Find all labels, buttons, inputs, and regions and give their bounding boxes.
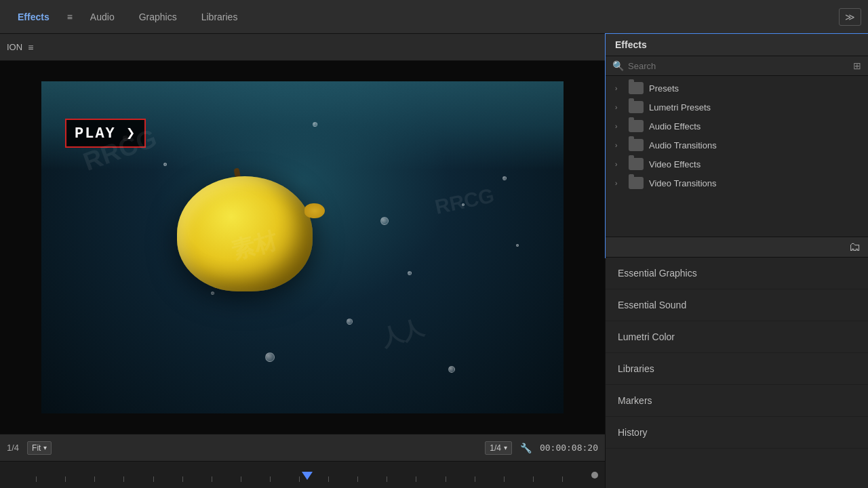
- tree-item-lumetri-presets[interactable]: › Lumetri Presets: [606, 98, 868, 117]
- ruler-tick: [270, 476, 271, 482]
- nav-menu-icon[interactable]: ≡: [63, 12, 77, 22]
- main-area: ION ≡: [0, 34, 868, 488]
- panel-title: ION: [7, 42, 22, 52]
- bubble: [265, 352, 275, 362]
- tree-item-label: Video Effects: [649, 159, 701, 169]
- tree-item-label: Video Transitions: [649, 178, 717, 188]
- tree-item-video-transitions[interactable]: › Video Transitions: [606, 174, 868, 192]
- bubble: [502, 176, 507, 180]
- timeline-ruler: [7, 468, 591, 482]
- bubble: [380, 217, 389, 225]
- effects-tab[interactable]: Effects: [7, 6, 60, 28]
- top-nav: Effects ≡ Audio Graphics Libraries ≫: [0, 0, 868, 34]
- ruler-tick: [328, 476, 329, 482]
- scene-background: PLAY ❯ RRCG 素材 人人 RRCG: [41, 81, 564, 413]
- page-number-label: 1/4: [7, 443, 19, 453]
- panel-item-markers[interactable]: Markers: [606, 385, 868, 417]
- chevron-icon: ›: [615, 123, 623, 130]
- tree-item-video-effects[interactable]: › Video Effects: [606, 155, 868, 174]
- libraries-tab[interactable]: Libraries: [191, 6, 249, 28]
- chevron-icon: ›: [615, 161, 623, 168]
- ruler-tick: [475, 476, 475, 482]
- search-input[interactable]: [628, 61, 849, 71]
- folder-icon: [629, 82, 644, 94]
- folder-icon: [629, 177, 644, 189]
- panel-item-essential-graphics[interactable]: Essential Graphics: [606, 258, 868, 289]
- panel-item-lumetri-color[interactable]: Lumetri Color: [606, 321, 868, 353]
- panel-item-libraries[interactable]: Libraries: [606, 353, 868, 385]
- ruler-tick: [387, 476, 387, 482]
- ruler-tick: [182, 476, 183, 482]
- wrench-icon[interactable]: 🔧: [520, 443, 532, 453]
- right-panel: Effects 🔍 ⊞ › Presets › Lumetri Presets: [605, 34, 868, 488]
- ruler-tick: [65, 476, 66, 482]
- fit-chevron-icon: ▾: [43, 444, 47, 451]
- new-folder-button[interactable]: 🗂: [849, 240, 861, 254]
- bubble: [163, 163, 167, 166]
- folder-icon: [629, 101, 644, 113]
- tree-item-label: Lumetri Presets: [649, 102, 711, 113]
- folder-icon: [629, 139, 644, 151]
- panel-header: ION ≡: [0, 34, 605, 61]
- watermark: RRCG: [433, 184, 496, 219]
- fit-select[interactable]: Fit ▾: [27, 441, 52, 455]
- record-indicator: [591, 472, 598, 479]
- play-overlay: PLAY ❯: [65, 119, 146, 148]
- fit-label: Fit: [32, 443, 41, 453]
- playhead[interactable]: [302, 472, 313, 480]
- ruler-tick: [357, 476, 358, 482]
- page-select[interactable]: 1/4 ▾: [485, 441, 512, 455]
- audio-tab[interactable]: Audio: [79, 6, 125, 28]
- panel-item-label: Essential Graphics: [618, 268, 697, 279]
- chevron-icon: ›: [615, 180, 623, 187]
- bubble: [347, 319, 353, 325]
- effects-panel-title: Effects: [606, 34, 868, 56]
- ruler-tick: [504, 476, 505, 482]
- panel-item-label: Lumetri Color: [618, 331, 675, 342]
- panel-item-label: History: [618, 427, 648, 438]
- effects-tree: › Presets › Lumetri Presets › Audio Effe…: [606, 76, 868, 237]
- panel-item-essential-sound[interactable]: Essential Sound: [606, 289, 868, 321]
- ruler-tick: [562, 476, 563, 482]
- search-settings-icon[interactable]: ⊞: [853, 60, 861, 71]
- chevron-icon: ›: [615, 142, 623, 149]
- search-icon: 🔍: [612, 60, 624, 71]
- bubble: [516, 244, 519, 247]
- panel-item-label: Essential Sound: [618, 300, 686, 310]
- more-tabs-icon[interactable]: ≫: [839, 8, 861, 26]
- lemon-tip: [304, 203, 325, 218]
- controls-bar: 1/4 Fit ▾ 1/4 ▾ 🔧 00:00:08:20: [0, 434, 605, 461]
- folder-icon: [629, 120, 644, 132]
- ruler-tick: [36, 476, 37, 482]
- tree-item-audio-transitions[interactable]: › Audio Transitions: [606, 136, 868, 155]
- bubble: [408, 271, 412, 275]
- ruler-tick: [212, 476, 212, 482]
- video-preview: PLAY ❯ RRCG 素材 人人 RRCG: [0, 61, 605, 434]
- bubble: [448, 366, 455, 373]
- watermark: 人人: [377, 312, 427, 354]
- panel-menu-icon[interactable]: ≡: [28, 42, 33, 53]
- tree-item-label: Audio Transitions: [649, 140, 717, 150]
- tree-item-label: Audio Effects: [649, 121, 701, 131]
- lemon-body: [177, 176, 313, 291]
- panel-list: Essential Graphics Essential Sound Lumet…: [606, 258, 868, 488]
- timecode-display: 00:00:08:20: [540, 443, 598, 453]
- tree-item-presets[interactable]: › Presets: [606, 79, 868, 98]
- chevron-icon: ›: [615, 104, 623, 111]
- ruler-tick: [416, 476, 416, 482]
- tree-item-audio-effects[interactable]: › Audio Effects: [606, 117, 868, 136]
- left-panel: ION ≡: [0, 34, 605, 488]
- panel-item-label: Libraries: [618, 363, 654, 374]
- bubble: [462, 203, 465, 206]
- ruler-tick: [299, 476, 300, 482]
- effects-panel: Effects 🔍 ⊞ › Presets › Lumetri Presets: [606, 34, 868, 258]
- effects-panel-bottom: 🗂: [606, 237, 868, 257]
- ruler-tick: [94, 476, 95, 482]
- ruler-tick: [123, 476, 124, 482]
- panel-item-label: Markers: [618, 395, 652, 406]
- ruler-tick: [153, 476, 154, 482]
- graphics-tab[interactable]: Graphics: [128, 6, 188, 28]
- panel-item-history[interactable]: History: [606, 417, 868, 449]
- lemon: [177, 176, 326, 298]
- page-value: 1/4: [490, 443, 501, 453]
